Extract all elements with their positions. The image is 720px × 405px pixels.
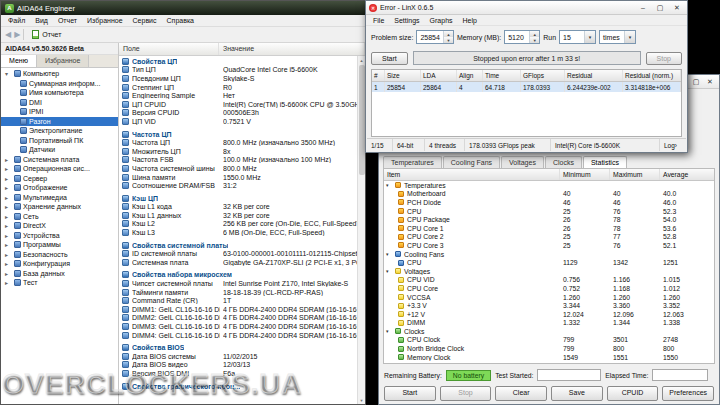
stats-row[interactable]: ▾ CPU VID 0.756 1.166 1.015 (384, 276, 714, 285)
expand-icon[interactable]: ▾ (386, 182, 392, 188)
stats-row[interactable]: ▾ CPU Core 1 26 78 53.6 (384, 224, 714, 233)
tree-item[interactable]: Конфигурация (1, 259, 118, 269)
tree-item[interactable]: Системная плата (1, 155, 118, 165)
info-row[interactable]: Частота FSB 100.0 MHz (изначально 100 MH… (119, 156, 357, 165)
maximize-icon[interactable]: ▢ (653, 2, 667, 13)
stats-row[interactable]: ▾ Voltages (384, 267, 714, 276)
info-row[interactable]: Псевдоним ЦП Skylake-S (119, 74, 357, 83)
menu-item[interactable]: Settings (389, 17, 424, 24)
preferences-button[interactable]: Preferences (662, 386, 714, 401)
info-row[interactable]: Свойства BIOS (119, 343, 357, 352)
tree-item[interactable]: Тест (1, 278, 118, 288)
tree-item[interactable]: Датчики (1, 145, 118, 155)
clear-button[interactable]: Clear (495, 386, 547, 401)
col-size[interactable]: Size (385, 70, 421, 81)
info-row[interactable]: DIMM2: GeIL CL16-16-16 DIM... 4 ГБ DDR4-… (119, 314, 357, 323)
tree-item[interactable]: Компьютер (1, 69, 118, 79)
stats-row[interactable]: ▾ Memory Clock 1549 1551 1550 (384, 353, 714, 362)
info-row[interactable]: Кэш L1 кода 32 KB per core (119, 203, 357, 212)
start-button[interactable]: Start (384, 386, 436, 401)
tree-item[interactable]: Электропитание (1, 126, 118, 136)
info-row[interactable]: Тайминги памяти 18-18-18-39 (CL-RCD-RP-R… (119, 288, 357, 297)
run-mode-select[interactable]: times ▾ (599, 30, 636, 44)
save-button[interactable]: Save (551, 386, 603, 401)
stats-col-maximum[interactable]: Maximum (610, 169, 660, 180)
sidebar-tab-menu[interactable]: Меню (1, 55, 37, 67)
tree-item[interactable]: Операционная сис... (1, 164, 118, 174)
tree-item[interactable]: Сервер (1, 174, 118, 184)
tab-temperatures[interactable]: Temperatures (383, 156, 442, 168)
start-button[interactable]: Start (371, 52, 408, 65)
col-gflops[interactable]: GFlops (521, 70, 565, 81)
menu-item[interactable]: Файл (3, 17, 30, 24)
info-row[interactable]: Системная плата Gigabyte GA-Z170XP-SLI (… (119, 258, 357, 267)
column-header-field[interactable]: Поле (119, 43, 219, 55)
log-button[interactable]: Log › (660, 139, 686, 151)
tree-item[interactable]: Устройства (1, 231, 118, 241)
maximize-icon[interactable]: ▢ (689, 76, 703, 87)
col-align[interactable]: Align (457, 70, 483, 81)
tree-item[interactable]: Портативный ПК (1, 136, 118, 146)
tree-item[interactable]: Хранение данных (1, 202, 118, 212)
info-row[interactable]: Множитель ЦП 8x (119, 147, 357, 156)
info-row[interactable]: Шина памяти 1550.0 MHz (119, 173, 357, 182)
stop-button[interactable]: Stop (646, 52, 682, 65)
info-row[interactable]: Свойства системной платы (119, 241, 357, 250)
expand-icon[interactable]: ▾ (386, 328, 392, 334)
expand-icon[interactable]: ▾ (386, 268, 392, 274)
stats-row[interactable]: ▾ North Bridge Clock 799 800 800 (384, 344, 714, 353)
tree-item[interactable]: База данных (1, 269, 118, 279)
stats-row[interactable]: ▾ +3.3 V 3.344 3.360 3.352 (384, 301, 714, 310)
stats-row[interactable]: ▾ Clocks (384, 327, 714, 336)
stats-col-item[interactable]: Item (384, 169, 560, 180)
sidebar-tab-favorites[interactable]: Избранное (37, 55, 89, 67)
stats-row[interactable]: ▾ Motherboard 40 40 40.0 (384, 190, 714, 199)
info-row[interactable]: Кэш L3 6 MB (On-Die, ECC, Full-Speed) (119, 228, 357, 237)
spin-down-icon[interactable]: ▼ (530, 37, 539, 43)
info-row[interactable]: Соотношение DRAM/FSB 31:2 (119, 181, 357, 190)
stats-row[interactable]: ▾ CPU Core 3 25 76 52.1 (384, 241, 714, 250)
column-header-value[interactable]: Значение (219, 43, 365, 55)
info-row[interactable]: Свойства ЦП (119, 57, 357, 66)
info-row[interactable]: Степпинг ЦП R0 (119, 83, 357, 92)
info-row[interactable]: Версия CPUID 000506E3h (119, 109, 357, 118)
problem-size-input[interactable]: 25854 (417, 31, 442, 43)
info-row[interactable]: ЦП CPUID Intel(R) Core(TM) i5-6600K CPU … (119, 100, 357, 109)
info-row[interactable]: DIMM1: GeIL CL16-16-16 DIM... 4 ГБ DDR4-… (119, 305, 357, 314)
tree-item[interactable]: Имя компьютера (1, 88, 118, 98)
results-row[interactable]: 1 25854 25864 4 64.718 178.0393 6.244239… (372, 82, 681, 92)
stats-row[interactable]: ▾ PCH Diode 46 46 46.0 (384, 198, 714, 207)
info-row[interactable]: Тип ЦП QuadCore Intel Core i5-6600K (119, 66, 357, 75)
aida64-titlebar[interactable]: A AIDA64 Engineer (1, 1, 365, 15)
info-row[interactable]: Кэш L1 данных 32 KB per core (119, 211, 357, 220)
info-row[interactable]: Кэш L2 256 KB per core (On-Die, ECC, Ful… (119, 220, 357, 229)
tree-item[interactable]: Безопасность (1, 250, 118, 260)
info-row[interactable]: Свойства набора микросхем (119, 271, 357, 280)
col-residual-norm[interactable]: Residual (norm.) (623, 70, 681, 81)
chevron-down-icon[interactable]: ▾ (584, 31, 595, 43)
col-residual[interactable]: Residual (565, 70, 623, 81)
close-icon[interactable]: ✕ (670, 2, 684, 13)
col-time[interactable]: Time (483, 70, 521, 81)
menu-item[interactable]: Отчет (53, 17, 82, 24)
stats-row[interactable]: ▾ +12 V 12.024 12.096 12.063 (384, 310, 714, 319)
stats-row[interactable]: ▾ CPU Core 0.752 1.168 1.012 (384, 284, 714, 293)
info-row[interactable]: Частота ЦП 800.0 MHz (изначально 3500 MH… (119, 138, 357, 147)
info-row[interactable]: Частота ЦП (119, 130, 357, 139)
scroll-up-icon[interactable]: ▲ (360, 56, 364, 64)
menu-item[interactable]: Help (458, 17, 482, 24)
scrollbar-thumb[interactable] (359, 65, 365, 175)
col-num[interactable]: # (372, 70, 385, 81)
info-row[interactable]: Дата BIOS системы 11/02/2015 (119, 352, 357, 361)
info-row[interactable]: Engineering Sample Нет (119, 91, 357, 100)
expand-icon[interactable]: ▾ (386, 251, 392, 257)
tab-cooling-fans[interactable]: Cooling Fans (443, 156, 500, 168)
stats-row[interactable]: ▾ Temperatures (384, 181, 714, 190)
info-row[interactable]: DIMM4: GeIL CL16-16-16 DIM... 4 ГБ DDR4-… (119, 331, 357, 340)
memory-input[interactable]: 5120 (505, 31, 529, 43)
spin-down-icon[interactable]: ▼ (444, 37, 453, 43)
close-icon[interactable]: ✕ (703, 76, 717, 87)
chevron-down-icon[interactable]: ▾ (624, 31, 635, 43)
menu-item[interactable]: File (368, 17, 389, 24)
tree-item[interactable]: Сеть (1, 212, 118, 222)
